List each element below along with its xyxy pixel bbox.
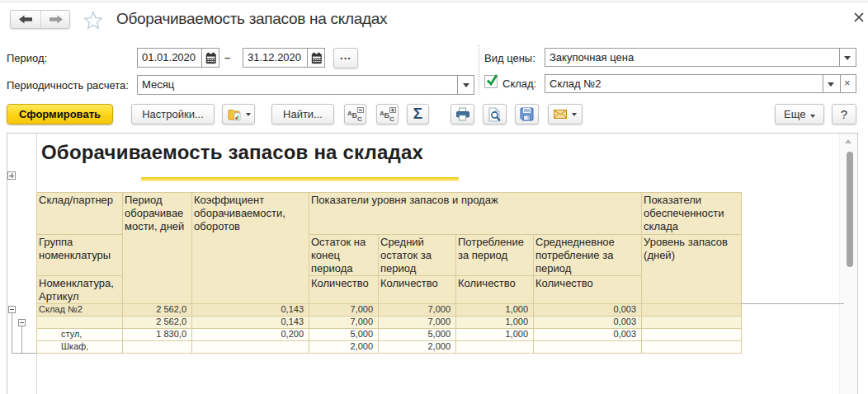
svg-text:С: С [357, 115, 362, 122]
svg-text:С: С [389, 115, 394, 122]
